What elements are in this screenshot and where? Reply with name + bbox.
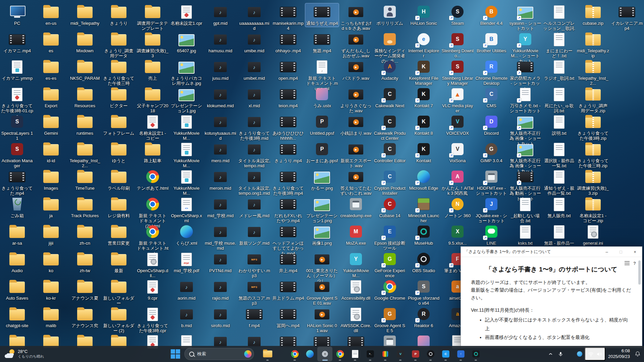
desktop-icon[interactable]: Audio	[0, 251, 34, 274]
clock[interactable]: 6:08 2025/09/23	[605, 348, 633, 360]
desktop-icon[interactable]: AAudacity	[373, 58, 407, 82]
desktop-icon[interactable]: jijii	[34, 223, 68, 247]
desktop-icon[interactable]: 名称未設定1.cpr	[170, 3, 203, 27]
desktop-icon[interactable]: 万引きメモ.txt - ショートカット	[508, 86, 542, 115]
desktop-icon[interactable]: レジ袋有料	[102, 196, 136, 219]
desktop-icon[interactable]: GGIMP 3.0.4	[475, 141, 508, 164]
close-button[interactable]: ×	[628, 247, 642, 257]
desktop-icon[interactable]: general.ini	[576, 223, 610, 247]
desktop-icon[interactable]: Track Pictures	[68, 196, 102, 219]
desktop-icon[interactable]: manisekarin.mp4	[271, 3, 305, 32]
desktop-icon[interactable]: Google Chrome	[373, 278, 407, 302]
desktop-icon[interactable]: 調査練習(失敗)_3	[136, 31, 169, 60]
desktop-icon[interactable]: 無題のスコア.mp3	[237, 278, 271, 307]
desktop-icon[interactable]: MuseHub	[407, 223, 440, 247]
desktop-icon[interactable]: きょうり_調声用データ.zip	[576, 86, 610, 115]
desktop-icon[interactable]: PDFmid_学校.pdf	[170, 251, 203, 274]
desktop-icon[interactable]: 井上.mp4	[271, 251, 305, 274]
desktop-icon[interactable]: umibet.mid	[237, 58, 271, 82]
desktop-icon[interactable]: RReaktor 6	[407, 306, 440, 329]
desktop-icon[interactable]: 65407.jpg	[170, 31, 203, 54]
scrollbar-thumb[interactable]	[638, 260, 641, 285]
desktop-icon[interactable]: Telepathy_Inst_2...	[68, 141, 102, 170]
desktop-icon[interactable]: X9.5.xlsx...	[441, 223, 474, 247]
desktop-icon[interactable]: mid_学校 muse.mid	[204, 223, 237, 252]
desktop-icon[interactable]: GGroove Agent SE 5	[373, 306, 407, 335]
desktop-icon[interactable]: 新規エクスポート.wav	[339, 141, 373, 170]
desktop-icon[interactable]: きょうり食ってた.mp4	[0, 168, 34, 197]
desktop-icon[interactable]: SActivation Manager	[0, 141, 34, 170]
desktop-icon[interactable]: GGeForce Experience	[373, 251, 407, 280]
desktop-icon[interactable]: SSteinberg Downlo...	[441, 31, 474, 60]
taskbar-app-vscode[interactable]: C	[438, 347, 453, 361]
desktop-icon[interactable]: 井上ドラム.mp4	[271, 278, 305, 302]
desktop-icon[interactable]: hamusu.mid	[204, 31, 237, 54]
desktop-icon[interactable]: Telepathy_Inst_2...	[576, 58, 610, 87]
desktop-icon[interactable]: タイトル未設定, tempo.ong1.mid	[237, 168, 271, 197]
desktop-icon[interactable]: バスドラ.wav	[339, 58, 373, 82]
desktop-icon[interactable]: _起動しない場合.txt	[508, 196, 542, 225]
desktop-icon[interactable]: きょうり食ってた午後3時.mid	[237, 113, 271, 142]
desktop-icon[interactable]: SSteam	[441, 3, 474, 27]
desktop-icon[interactable]: VVoiSona	[441, 141, 474, 164]
desktop-icon[interactable]: VLC media player	[441, 86, 474, 115]
microphone-tray-icon[interactable]	[556, 347, 566, 361]
desktop-icon[interactable]: mero.mid	[204, 141, 237, 164]
desktop-icon[interactable]: Groove Agent SE 01.wav	[305, 278, 339, 307]
desktop-icon[interactable]: 営業日変更	[102, 223, 136, 247]
desktop-icon[interactable]: CController Editor	[373, 141, 407, 164]
desktop-icon[interactable]: Mixdown	[68, 31, 102, 54]
taskbar-app-chrome-window[interactable]	[332, 347, 347, 361]
desktop-icon[interactable]: PUntitled.ppsf	[305, 113, 339, 137]
desktop-icon[interactable]: JJQuake.exe - ショートカット	[475, 196, 508, 225]
desktop-icon[interactable]: アナウンス夏	[68, 278, 102, 302]
desktop-icon[interactable]: VVOICEVOX	[441, 113, 474, 137]
taskbar-app-arrow-app[interactable]: ↑	[453, 347, 468, 361]
desktop-icon[interactable]: ksks.txt	[508, 223, 542, 247]
desktop-icon[interactable]: OBS Studio	[407, 251, 440, 274]
desktop-icon[interactable]: SPlogue sforzando x64	[407, 278, 440, 307]
desktop-icon[interactable]: ko-kr	[34, 278, 68, 302]
desktop-icon[interactable]: ar-sa	[0, 223, 34, 247]
desktop-icon[interactable]: zh-cn	[68, 223, 102, 247]
desktop-icon[interactable]: 無人販売.txt	[542, 196, 576, 219]
desktop-icon[interactable]: Images	[34, 168, 68, 192]
desktop-icon[interactable]: LINE	[475, 223, 508, 247]
desktop-icon[interactable]: MMoZA.exe	[339, 223, 373, 247]
desktop-icon[interactable]: うみ.ustx	[305, 86, 339, 109]
desktop-icon[interactable]: kotusytuaaus.mid	[204, 113, 237, 142]
desktop-icon[interactable]: きょうり	[102, 3, 136, 27]
list-icon[interactable]	[625, 261, 630, 265]
desktop-icon[interactable]: f.mp4	[237, 306, 271, 329]
desktop-icon[interactable]: 通知うぜえ - 親作品一覧.txt	[542, 168, 576, 197]
desktop-icon[interactable]: TimeTune	[68, 168, 102, 192]
desktop-icon[interactable]: id-id	[34, 141, 68, 164]
desktop-icon[interactable]: HHALion Sonic	[407, 3, 440, 27]
desktop-icon[interactable]: ごみ箱	[0, 196, 34, 219]
desktop-icon[interactable]: 画像1.png	[305, 223, 339, 247]
desktop-icon[interactable]: イカマニ.mp4	[0, 31, 34, 54]
taskbar-app-file-explorer[interactable]	[260, 347, 275, 361]
desktop-icon[interactable]: ja	[34, 196, 68, 219]
minimize-button[interactable]: –	[600, 247, 614, 257]
desktop-icon[interactable]: zh-tw	[68, 251, 102, 274]
desktop-icon[interactable]: Auto Saves	[0, 278, 34, 302]
desktop-icon[interactable]: gpt.mid	[204, 3, 237, 27]
desktop-icon[interactable]: chatgpt-site	[0, 306, 34, 329]
desktop-icon[interactable]: 新しいフォルダー (2)	[102, 306, 136, 335]
desktop-icon[interactable]: 最新	[102, 251, 136, 274]
desktop-icon[interactable]: テンポあて.html	[136, 168, 169, 192]
desktop-icon[interactable]: 名称未設定1 - コピー	[136, 113, 169, 142]
taskbar-app-voicevox[interactable]: V	[393, 347, 408, 361]
desktop-icon[interactable]: 路上駐車	[136, 141, 169, 164]
desktop-icon[interactable]: Export	[34, 86, 68, 109]
notification-bell-icon[interactable]	[633, 347, 643, 361]
desktop-icon[interactable]: DDiscord	[475, 113, 508, 137]
desktop-icon[interactable]: YukkuriMovieM...	[170, 141, 203, 170]
desktop-icon[interactable]: PC	[0, 3, 34, 27]
desktop-icon[interactable]: ko	[34, 251, 68, 274]
desktop-icon[interactable]: Aかんたん！AITalk 3 関西風	[441, 168, 474, 197]
desktop-icon[interactable]: KKontakt 7	[407, 86, 440, 109]
dialog-titlebar[interactable]: 「さよなら手書き 1〜9」のサポートについて – □ ×	[461, 247, 642, 257]
desktop-icon[interactable]: es	[34, 31, 68, 54]
